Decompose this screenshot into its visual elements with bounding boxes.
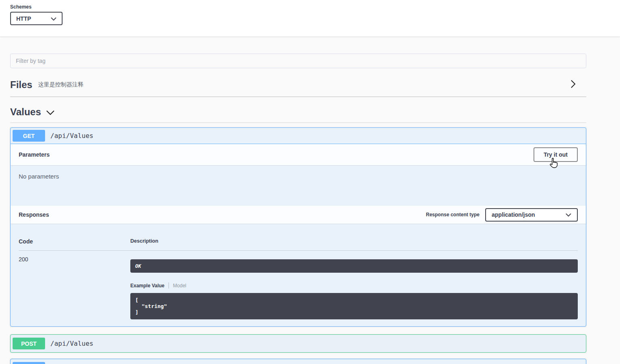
chevron-down-icon: [51, 15, 56, 22]
opblock-summary-post[interactable]: POST /api/Values: [11, 335, 586, 352]
tab-divider: [169, 282, 169, 289]
opblock-path: /api/Values: [50, 132, 93, 140]
response-description-bar: OK: [130, 259, 578, 273]
description-column-header: Description: [130, 238, 578, 245]
responses-table-header: Code Description: [19, 224, 578, 251]
responses-header: Responses Response content type applicat…: [11, 206, 586, 224]
schemes-label: Schemes: [10, 4, 620, 10]
schemes-select-value: HTTP: [16, 15, 31, 22]
parameters-title: Parameters: [19, 151, 50, 158]
opblock-summary-get[interactable]: GET /api/Values: [11, 128, 586, 144]
chevron-down-icon[interactable]: [46, 110, 55, 117]
tag-section-values[interactable]: Values: [10, 97, 586, 123]
response-code: 200: [19, 256, 130, 319]
tag-values-title: Values: [10, 106, 41, 118]
chevron-right-icon[interactable]: [570, 80, 576, 90]
response-row-200: 200 OK Example Value Model [ "string" ]: [19, 251, 578, 319]
parameters-header: Parameters Try it out: [11, 144, 586, 165]
example-value-code: [ "string" ]: [130, 293, 578, 319]
parameters-body: No parameters: [11, 165, 586, 206]
code-column-header: Code: [19, 238, 130, 245]
responses-body: Code Description 200 OK Example Value Mo…: [11, 224, 586, 326]
chevron-down-icon: [566, 211, 571, 218]
schemes-select[interactable]: HTTP: [10, 12, 63, 25]
response-content-type-label: Response content type: [426, 212, 480, 218]
opblock-get-partial: GET: [10, 359, 586, 364]
response-content-type-select[interactable]: application/json: [485, 208, 578, 222]
opblock-get-values: GET /api/Values Parameters Try it out No…: [10, 127, 586, 327]
opblock-path: /api/Values: [50, 340, 93, 347]
tab-example-value[interactable]: Example Value: [130, 283, 164, 289]
response-description-text: OK: [135, 263, 141, 269]
responses-title: Responses: [19, 211, 49, 218]
try-it-out-button[interactable]: Try it out: [534, 147, 578, 162]
method-badge-get: GET: [13, 362, 45, 364]
response-content-type-value: application/json: [492, 211, 535, 218]
operations-wrapper: Files 这里是控制器注释 Values GET /api/Values Pa…: [10, 37, 586, 364]
filter-by-tag-input[interactable]: [10, 54, 586, 68]
opblock-post-values: POST /api/Values: [10, 334, 586, 353]
tag-section-files[interactable]: Files 这里是控制器注释: [10, 68, 586, 97]
response-description-cell: OK Example Value Model [ "string" ]: [130, 256, 578, 319]
tab-model[interactable]: Model: [173, 283, 186, 289]
opblock-summary-get-partial[interactable]: GET: [11, 359, 586, 364]
method-badge-post: POST: [13, 338, 45, 349]
scheme-container: Schemes HTTP: [0, 0, 620, 37]
no-parameters-text: No parameters: [19, 173, 59, 180]
tag-files-title: Files: [10, 79, 32, 90]
tag-files-description: 这里是控制器注释: [38, 81, 84, 88]
response-content-type-group: Response content type application/json: [426, 208, 578, 222]
example-model-tabs: Example Value Model: [130, 282, 578, 289]
method-badge-get: GET: [13, 130, 45, 142]
